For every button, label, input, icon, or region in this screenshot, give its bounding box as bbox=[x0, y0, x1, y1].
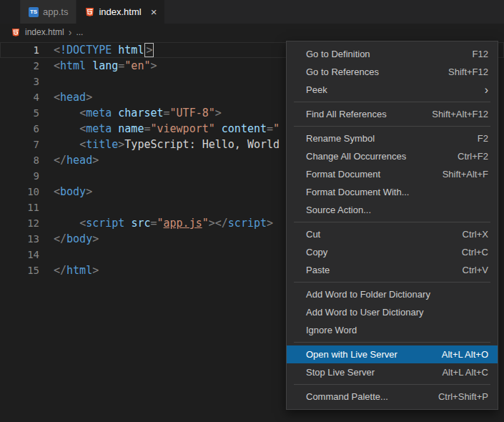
menu-item-paste[interactable]: PasteCtrl+V bbox=[287, 261, 498, 279]
menu-item-go-to-references[interactable]: Go to ReferencesShift+F12 bbox=[287, 63, 498, 81]
line-number: 3 bbox=[0, 74, 39, 89]
tab-label: index.html bbox=[99, 6, 141, 17]
line-number: 5 bbox=[0, 105, 39, 121]
menu-item-label: Add Word to Folder Dictionary bbox=[306, 289, 488, 300]
menu-item-go-to-definition[interactable]: Go to DefinitionF12 bbox=[287, 45, 498, 63]
line-number: 4 bbox=[0, 89, 39, 105]
menu-item-source-action[interactable]: Source Action... bbox=[287, 201, 498, 219]
menu-item-rename-symbol[interactable]: Rename SymbolF2 bbox=[287, 129, 498, 147]
menu-item-label: Find All References bbox=[306, 109, 415, 119]
menu-item-find-all-references[interactable]: Find All ReferencesShift+Alt+F12 bbox=[287, 105, 498, 123]
menu-item-peek[interactable]: Peek› bbox=[287, 81, 498, 99]
code-token: < bbox=[79, 217, 86, 230]
menu-item-add-word-to-folder-dictionary[interactable]: Add Word to Folder Dictionary bbox=[287, 285, 498, 303]
code-text: <script src="app.js"></script> bbox=[54, 215, 273, 231]
code-token: = bbox=[150, 217, 157, 230]
code-token: content bbox=[222, 122, 267, 135]
code-token: > bbox=[92, 232, 99, 245]
line-number: 11 bbox=[0, 200, 39, 215]
code-token: meta bbox=[86, 122, 112, 135]
line-number: 13 bbox=[0, 231, 39, 247]
code-text: <title>TypeScript: Hello, World bbox=[54, 137, 280, 152]
code-token: TypeScript: Hello, World bbox=[124, 138, 280, 151]
code-token: "viewport" bbox=[150, 122, 214, 135]
menu-item-label: Copy bbox=[306, 247, 445, 257]
code-token: title bbox=[86, 138, 118, 151]
menu-item-open-with-live-server[interactable]: Open with Live ServerAlt+L Alt+O bbox=[287, 345, 498, 363]
menu-item-copy[interactable]: CopyCtrl+C bbox=[287, 243, 498, 261]
menu-item-label: Rename Symbol bbox=[306, 133, 460, 144]
menu-item-stop-live-server[interactable]: Stop Live ServerAlt+L Alt+C bbox=[287, 363, 498, 381]
line-number: 8 bbox=[0, 152, 39, 168]
line-number: 15 bbox=[0, 262, 39, 278]
code-token: < bbox=[54, 44, 60, 57]
menu-separator bbox=[294, 222, 490, 222]
code-token bbox=[112, 44, 118, 57]
code-token: > bbox=[209, 217, 215, 230]
code-token: < bbox=[54, 59, 60, 72]
code-text: </body> bbox=[54, 231, 99, 247]
code-token: > bbox=[86, 185, 92, 198]
code-token bbox=[86, 59, 92, 72]
code-token: "en" bbox=[124, 59, 150, 72]
code-token: meta bbox=[86, 107, 112, 119]
menu-item-change-all-occurrences[interactable]: Change All OccurrencesCtrl+F2 bbox=[287, 147, 498, 165]
code-text: <html lang="en"> bbox=[54, 58, 157, 74]
breadcrumb-file[interactable]: index.html bbox=[25, 27, 64, 37]
code-token: </ bbox=[215, 217, 228, 230]
code-token: > bbox=[118, 138, 124, 151]
code-token bbox=[54, 122, 79, 135]
code-token: script bbox=[228, 217, 267, 230]
tab-app-ts[interactable]: TSapp.ts bbox=[21, 0, 76, 24]
code-token: > bbox=[144, 43, 154, 57]
code-text: </html> bbox=[54, 262, 99, 278]
code-token: = bbox=[267, 122, 273, 135]
menu-item-add-word-to-user-dictionary[interactable]: Add Word to User Dictionary bbox=[287, 303, 498, 321]
menu-item-shortcut: Ctrl+V bbox=[463, 265, 488, 275]
menu-item-label: Paste bbox=[306, 265, 445, 275]
code-token: > bbox=[267, 217, 273, 230]
tabbar-spacer bbox=[0, 0, 21, 24]
breadcrumb-more[interactable]: ... bbox=[76, 27, 83, 37]
code-token: < bbox=[54, 185, 60, 198]
code-token bbox=[215, 122, 222, 135]
code-token: head bbox=[66, 154, 92, 167]
code-token: html bbox=[66, 264, 92, 277]
code-token: > bbox=[92, 264, 99, 277]
code-text: <meta charset="UTF-8"> bbox=[54, 105, 222, 121]
menu-item-label: Stop Live Server bbox=[306, 367, 425, 378]
code-token bbox=[54, 138, 79, 151]
code-token: > bbox=[86, 91, 92, 104]
menu-item-label: Open with Live Server bbox=[306, 349, 425, 360]
code-token: "UTF-8" bbox=[170, 107, 215, 119]
code-text: <meta name="viewport" content=" bbox=[54, 121, 280, 137]
code-token: < bbox=[79, 138, 86, 151]
code-token: script bbox=[86, 217, 124, 230]
breadcrumb[interactable]: index.html › ... bbox=[0, 24, 504, 41]
code-token: </ bbox=[54, 232, 66, 245]
menu-item-format-document-with[interactable]: Format Document With... bbox=[287, 183, 498, 201]
menu-item-label: Source Action... bbox=[306, 205, 488, 215]
tab-index-html[interactable]: index.html× bbox=[76, 0, 165, 24]
typescript-file-icon: TS bbox=[29, 7, 39, 17]
menu-separator bbox=[294, 102, 490, 102]
code-token: src bbox=[131, 217, 150, 230]
submenu-chevron-icon: › bbox=[485, 84, 488, 96]
code-token: body bbox=[60, 185, 86, 198]
menu-item-label: Command Palette... bbox=[306, 391, 421, 402]
code-token bbox=[112, 122, 118, 135]
code-token: body bbox=[66, 232, 92, 245]
vscode-window: TSapp.tsindex.html× index.html › ... 1<!… bbox=[0, 0, 504, 278]
line-number: 9 bbox=[0, 168, 39, 184]
menu-item-format-document[interactable]: Format DocumentShift+Alt+F bbox=[287, 165, 498, 183]
code-token: " bbox=[202, 217, 209, 230]
menu-item-label: Add Word to User Dictionary bbox=[306, 307, 488, 318]
menu-separator bbox=[294, 384, 490, 385]
menu-item-cut[interactable]: CutCtrl+X bbox=[287, 225, 498, 243]
close-icon[interactable]: × bbox=[151, 6, 157, 17]
menu-item-label: Format Document bbox=[306, 169, 425, 180]
menu-item-ignore-word[interactable]: Ignore Word bbox=[287, 321, 498, 339]
line-number: 10 bbox=[0, 184, 39, 200]
menu-item-label: Cut bbox=[306, 229, 445, 240]
menu-item-command-palette[interactable]: Command Palette...Ctrl+Shift+P bbox=[287, 388, 498, 406]
